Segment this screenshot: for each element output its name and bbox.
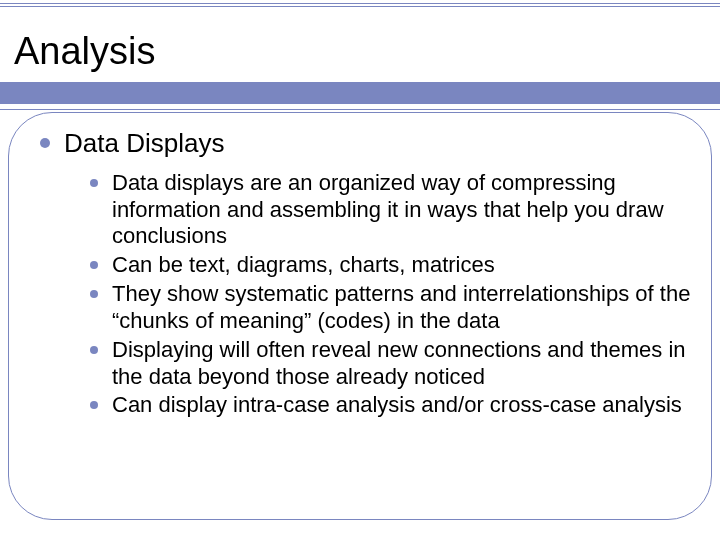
bullet-level2: Displaying will often reveal new connect… — [90, 337, 696, 391]
bullet-level1-text: Data Displays — [64, 128, 224, 160]
bullet-icon — [90, 290, 98, 298]
bullet-level2: Can be text, diagrams, charts, matrices — [90, 252, 696, 279]
bullet-icon — [90, 401, 98, 409]
sub-bullets: Data displays are an organized way of co… — [90, 170, 696, 419]
bullet-icon — [90, 346, 98, 354]
decor-line-top-1 — [0, 3, 720, 4]
bullet-level2: They show systematic patterns and interr… — [90, 281, 696, 335]
bullet-icon — [90, 179, 98, 187]
title-underline-bar — [0, 82, 720, 104]
bullet-level1: Data Displays — [40, 128, 696, 160]
bullet-level2-text: They show systematic patterns and interr… — [112, 281, 692, 335]
bullet-level2: Data displays are an organized way of co… — [90, 170, 696, 250]
bullet-level2-text: Data displays are an organized way of co… — [112, 170, 692, 250]
bullet-icon — [90, 261, 98, 269]
decor-line-under-bar — [0, 109, 720, 110]
bullet-icon — [40, 138, 50, 148]
bullet-level2: Can display intra-case analysis and/or c… — [90, 392, 696, 419]
bullet-level2-text: Can display intra-case analysis and/or c… — [112, 392, 682, 419]
content-area: Data Displays Data displays are an organ… — [40, 128, 696, 421]
bullet-level2-text: Displaying will often reveal new connect… — [112, 337, 692, 391]
slide: Analysis Data Displays Data displays are… — [0, 0, 720, 540]
slide-title: Analysis — [14, 30, 156, 73]
bullet-level2-text: Can be text, diagrams, charts, matrices — [112, 252, 495, 279]
decor-line-top-2 — [0, 6, 720, 7]
